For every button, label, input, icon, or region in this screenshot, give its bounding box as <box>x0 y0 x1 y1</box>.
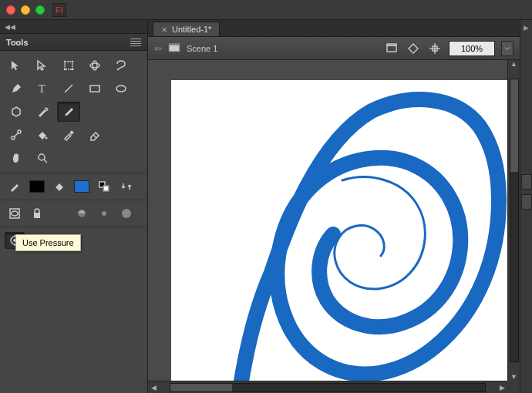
polystar-tool[interactable] <box>5 102 28 122</box>
bone-tool[interactable] <box>5 125 28 145</box>
rectangle-tool[interactable] <box>83 79 106 99</box>
document-area: ✕ Untitled-1* ⇦ Scene 1 100% <box>148 20 520 393</box>
h-scroll-thumb[interactable] <box>170 384 232 391</box>
spacer <box>109 102 133 122</box>
brush-size-large-icon[interactable] <box>116 205 136 222</box>
paint-bucket-tool[interactable] <box>31 125 54 145</box>
svg-point-5 <box>90 63 99 68</box>
swap-colors-icon[interactable] <box>116 178 136 195</box>
lasso-tool[interactable] <box>109 55 133 76</box>
svg-point-36 <box>173 43 175 45</box>
tool-grid-main: T <box>0 51 147 173</box>
stage[interactable]: ▲ ▼ ◀ ▶ <box>148 60 520 393</box>
svg-text:T: T <box>39 83 45 95</box>
scroll-down-icon[interactable]: ▼ <box>509 373 520 381</box>
fill-color-swatch[interactable] <box>72 178 92 195</box>
horizontal-scrollbar[interactable]: ◀ ▶ <box>148 381 507 393</box>
svg-rect-39 <box>387 44 396 45</box>
stroke-color-icon[interactable] <box>5 178 25 195</box>
eraser-tool[interactable] <box>83 125 106 145</box>
scene-icon <box>168 42 180 55</box>
svg-point-35 <box>170 43 172 45</box>
collapsed-panel-1[interactable] <box>521 174 532 190</box>
line-tool[interactable] <box>57 79 80 99</box>
svg-rect-38 <box>387 45 396 52</box>
color-controls <box>0 173 147 200</box>
object-drawing-toggle[interactable] <box>5 205 25 222</box>
stroke-color-swatch[interactable] <box>27 178 47 195</box>
hand-tool[interactable] <box>5 148 28 168</box>
fill-color-icon[interactable] <box>49 178 69 195</box>
document-tabs: ✕ Untitled-1* <box>148 20 520 37</box>
svg-rect-25 <box>34 213 40 218</box>
center-stage-icon[interactable] <box>427 41 443 56</box>
close-window-button[interactable] <box>6 5 15 15</box>
svg-point-3 <box>64 69 66 71</box>
minimize-window-button[interactable] <box>21 5 30 15</box>
tools-panel-title: Tools <box>6 38 29 47</box>
svg-marker-13 <box>12 107 20 116</box>
document-tab-label: Untitled-1* <box>172 25 211 34</box>
selection-tool[interactable] <box>5 55 28 76</box>
edit-bar: ⇦ Scene 1 100% <box>148 37 520 60</box>
svg-point-4 <box>72 69 74 71</box>
zoom-field[interactable]: 100% <box>449 41 495 56</box>
svg-rect-22 <box>103 186 109 191</box>
panel-collapse-bar[interactable]: ◀◀ <box>0 20 147 34</box>
titlebar: Fl <box>0 0 532 20</box>
svg-point-27 <box>102 211 106 216</box>
svg-line-20 <box>44 160 47 163</box>
scene-label[interactable]: Scene 1 <box>187 44 217 53</box>
back-arrow-icon[interactable]: ⇦ <box>154 43 162 54</box>
pen-tool[interactable] <box>5 79 28 99</box>
edit-scene-icon[interactable] <box>384 41 399 56</box>
svg-rect-33 <box>169 45 180 52</box>
oval-tool[interactable] <box>109 79 133 99</box>
document-tab[interactable]: ✕ Untitled-1* <box>153 22 220 36</box>
drawing <box>171 80 513 393</box>
workspace: ◀◀ Tools T <box>0 20 532 393</box>
scroll-right-icon[interactable]: ▶ <box>497 384 507 391</box>
free-transform-tool[interactable] <box>57 55 80 76</box>
v-scroll-thumb[interactable] <box>510 79 518 172</box>
text-tool[interactable]: T <box>31 79 54 99</box>
3d-rotation-tool[interactable] <box>83 55 106 76</box>
svg-line-10 <box>65 85 72 92</box>
scroll-left-icon[interactable]: ◀ <box>148 384 159 391</box>
default-colors-icon[interactable] <box>94 178 114 195</box>
eyedropper-tool[interactable] <box>57 125 80 145</box>
vertical-scrollbar[interactable]: ▲ ▼ <box>507 60 520 381</box>
v-scroll-track[interactable] <box>510 79 519 362</box>
svg-rect-0 <box>65 62 72 69</box>
canvas[interactable] <box>171 80 513 393</box>
pencil-tool[interactable] <box>31 102 54 122</box>
tooltip: Use Pressure <box>15 234 81 251</box>
close-tab-icon[interactable]: ✕ <box>161 25 167 34</box>
zoom-dropdown-icon[interactable] <box>501 41 513 56</box>
svg-point-17 <box>45 137 48 139</box>
zoom-tool[interactable] <box>31 148 54 168</box>
brush-size-small-icon[interactable] <box>94 205 114 222</box>
right-dock-strip: ▶ <box>520 20 532 393</box>
scroll-up-icon[interactable]: ▲ <box>509 60 520 68</box>
spacer <box>109 125 133 145</box>
h-scroll-track[interactable] <box>170 383 486 392</box>
lock-fill-toggle[interactable] <box>27 205 47 222</box>
svg-point-2 <box>72 61 74 63</box>
edit-symbol-icon[interactable] <box>406 41 421 56</box>
panel-menu-icon[interactable] <box>130 39 141 46</box>
svg-point-24 <box>12 211 18 216</box>
collapsed-panel-2[interactable] <box>521 194 532 210</box>
svg-line-16 <box>14 133 19 137</box>
svg-point-8 <box>14 89 15 91</box>
brush-tool[interactable] <box>57 102 80 122</box>
collapse-icon: ◀◀ <box>5 23 15 31</box>
brush-mode-icon[interactable] <box>72 205 92 222</box>
tools-panel-header: Tools <box>0 34 147 51</box>
subselection-tool[interactable] <box>31 55 54 76</box>
svg-point-12 <box>116 86 126 92</box>
svg-point-6 <box>93 61 97 70</box>
expand-dock-icon[interactable]: ▶ <box>520 20 532 35</box>
zoom-window-button[interactable] <box>35 5 45 15</box>
svg-point-7 <box>117 69 119 70</box>
